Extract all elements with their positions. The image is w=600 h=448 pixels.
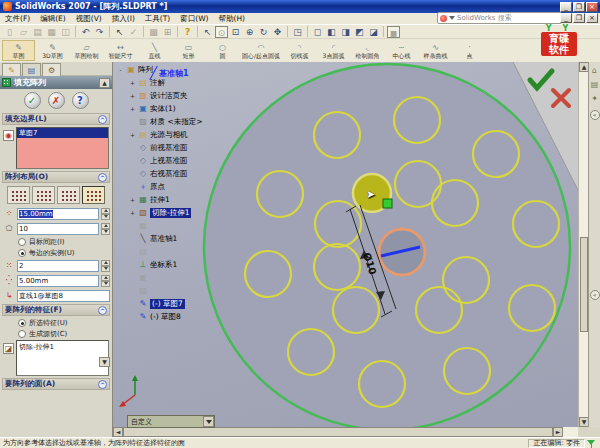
sketch-tool-3[interactable]: ↔智能尺寸	[104, 40, 137, 61]
horizontal-scroll-thumb[interactable]	[123, 427, 553, 437]
tree-item-上视基准面[interactable]: ◇上视基准面	[117, 154, 202, 167]
rotate-view-icon[interactable]: ↻	[257, 26, 270, 38]
top-view-icon[interactable]: ◪	[367, 26, 380, 38]
instances-count-input[interactable]: 2	[17, 260, 99, 272]
create-seed-cut-radio-row[interactable]: 生成源切(C)	[18, 329, 112, 338]
tree-item-坐标系1[interactable]: ⊥坐标系1	[117, 258, 202, 271]
tree-expander[interactable]: +	[129, 92, 136, 99]
tree-item-ghost-12[interactable]: ▦	[117, 219, 202, 232]
graphics-viewport[interactable]: Ø10 基准轴1 -▣阵列+▤注解+▥设计活页夹+▣实体(1)▨材质 <未指定>…	[113, 62, 578, 427]
tree-item-ghost-14[interactable]: ▤	[117, 245, 202, 258]
resources-icon[interactable]: ✦	[590, 94, 600, 104]
scroll-right-button[interactable]: ►	[553, 427, 563, 437]
features-listbox[interactable]: 切除-拉伸1	[16, 340, 109, 376]
tree-item-实体(1)[interactable]: +▣实体(1)	[117, 102, 202, 115]
polygon-sides-stepper[interactable]	[101, 223, 110, 235]
search-dropdown-icon[interactable]	[449, 16, 455, 20]
vertical-scroll-thumb[interactable]	[580, 237, 588, 332]
property-manager-tab[interactable]: ▤	[22, 63, 41, 76]
sketch-tool-10[interactable]: ◟绘制圆角	[351, 40, 384, 61]
target-spacing-radio-row[interactable]: 目标间距(I)	[18, 237, 112, 246]
redo-icon[interactable]: ↷	[93, 26, 106, 38]
collapse-chevron-icon[interactable]: ^	[98, 306, 107, 315]
sketch-tool-9[interactable]: ◜3点圆弧	[317, 40, 350, 61]
front-view-icon[interactable]: ◻	[311, 26, 324, 38]
selected-features-radio[interactable]	[18, 319, 26, 327]
circular-layout-button[interactable]	[32, 186, 55, 204]
menu-item-2[interactable]: 视图(V)	[71, 14, 107, 24]
file-explorer-icon[interactable]: ⌂	[590, 66, 600, 76]
tree-item-材质 <未指定>[interactable]: ▨材质 <未指定>	[117, 115, 202, 128]
design-library-icon[interactable]: ▤	[590, 80, 600, 90]
sketch-tool-4[interactable]: ╲直线	[138, 40, 171, 61]
print-icon[interactable]: ▦	[45, 26, 58, 38]
sketch-tool-6[interactable]: ○圆	[206, 40, 239, 61]
viewport-vertical-scrollbar[interactable]: ▲ ▼	[578, 62, 588, 427]
panel-scroll-up-button[interactable]: ▲	[99, 78, 110, 88]
sketch-tool-2[interactable]: ▱草图绘制	[70, 40, 103, 61]
collapse-chevron-icon[interactable]: ^	[98, 115, 107, 124]
restore-button[interactable]: ❐	[573, 2, 585, 12]
tree-item-设计活页夹[interactable]: +▥设计活页夹	[117, 89, 202, 102]
faces-to-pattern-section-header[interactable]: 要阵列的面(A) ^	[2, 378, 110, 390]
selected-features-radio-row[interactable]: 所选特征(U)	[18, 318, 112, 327]
print-preview-icon[interactable]: ◫	[59, 26, 72, 38]
doc-restore-button[interactable]: ❐	[573, 13, 585, 23]
tree-item-(-) 草图8[interactable]: ✎(-) 草图8	[117, 310, 202, 323]
sketch-tool-5[interactable]: ▭矩形	[172, 40, 205, 61]
sketch-tool-11[interactable]: ┄中心线	[385, 40, 418, 61]
feature-manager-tab[interactable]: ✎	[2, 63, 21, 76]
tree-expander[interactable]: +	[129, 196, 136, 203]
tree-item-(-) 草图7[interactable]: ✎(-) 草图7	[117, 297, 202, 310]
features-to-pattern-section-header[interactable]: 要阵列的特征(F) ^	[2, 304, 110, 316]
margin-stepper[interactable]	[101, 275, 110, 287]
fill-boundary-listbox[interactable]: 草图7	[16, 127, 109, 169]
select-icon[interactable]: ↖	[113, 26, 126, 38]
view-orientation-dropdown[interactable]: 自定义	[127, 415, 215, 428]
create-seed-cut-radio[interactable]	[18, 330, 26, 338]
tree-expander[interactable]: +	[129, 105, 136, 112]
tree-expander[interactable]: +	[129, 209, 136, 216]
doc-close-button[interactable]: ×	[586, 13, 598, 23]
sketch-tool-0[interactable]: ✎草图	[2, 40, 35, 61]
undo-icon[interactable]: ↶	[79, 26, 92, 38]
collapse-chevron-icon[interactable]: ^	[98, 173, 107, 182]
tree-expander[interactable]: +	[129, 79, 136, 86]
seed-drag-handle[interactable]	[383, 199, 392, 208]
tree-expander[interactable]: -	[117, 66, 124, 73]
doc-minimize-button[interactable]: _	[560, 13, 572, 23]
polygon-sides-input[interactable]: 10	[17, 223, 99, 235]
tree-item-切除-拉伸1[interactable]: +▧切除-拉伸1	[117, 206, 202, 219]
deselect-icon[interactable]: ↖	[201, 26, 214, 38]
help-button[interactable]: ?	[72, 92, 89, 109]
help-icon[interactable]: ?	[181, 26, 194, 38]
tree-item-基准轴1[interactable]: ╲基准轴1	[117, 232, 202, 245]
sketch-tool-7[interactable]: ◠圆心/起点圆弧	[240, 40, 282, 61]
open-icon[interactable]: ▱	[17, 26, 30, 38]
collapse-chevron-icon[interactable]: ^	[98, 380, 107, 389]
back-view-icon[interactable]: ◧	[325, 26, 338, 38]
rebuild-icon[interactable]: ✓	[127, 26, 140, 38]
instances-count-stepper[interactable]	[101, 260, 110, 272]
menu-item-5[interactable]: 窗口(W)	[175, 14, 213, 24]
fill-boundary-section-header[interactable]: 填充边界(L) ^	[2, 113, 110, 125]
boundary-selected-item[interactable]: 草图7	[17, 128, 108, 138]
sketch-tool-13[interactable]: ·点	[453, 40, 486, 61]
menu-item-0[interactable]: 文件(F)	[0, 14, 35, 24]
color-icon[interactable]: ▩	[147, 26, 160, 38]
viewport-horizontal-scrollbar[interactable]: ◄ ►	[113, 427, 578, 437]
polygon-layout-button[interactable]	[82, 186, 105, 204]
grid-icon[interactable]: ⊞	[161, 26, 174, 38]
right-view-icon[interactable]: ◩	[353, 26, 366, 38]
instances-per-side-radio[interactable]	[18, 249, 26, 257]
sketch-tool-1[interactable]: ✎3D草图	[36, 40, 69, 61]
pattern-layout-section-header[interactable]: 阵列布局(O) ^	[2, 171, 110, 183]
menu-item-4[interactable]: 工具(T)	[140, 14, 175, 24]
close-button[interactable]: ×	[586, 2, 598, 12]
panel-scroll-down-button[interactable]: ▼	[99, 357, 110, 367]
margin-input[interactable]: 5.00mm	[17, 275, 99, 287]
view-orientation-icon[interactable]: ◳	[291, 26, 304, 38]
shaded-view-icon[interactable]: ◼	[387, 26, 400, 38]
tree-item-ghost-16[interactable]: ▣	[117, 271, 202, 284]
zoom-inout-icon[interactable]: ⊕	[243, 26, 256, 38]
